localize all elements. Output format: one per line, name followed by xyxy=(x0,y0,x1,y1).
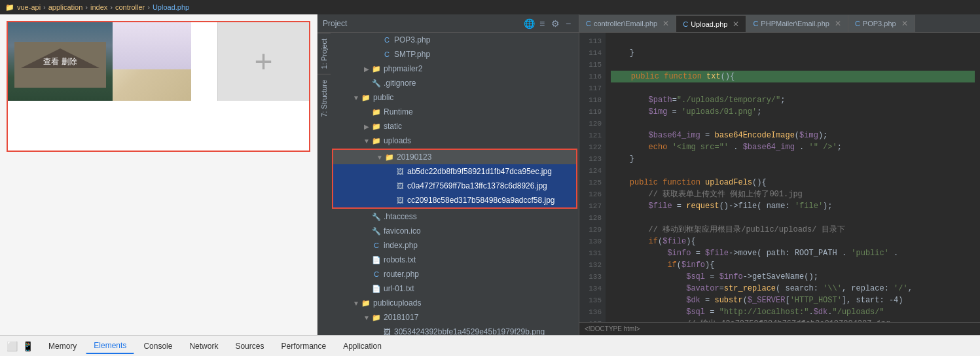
breadcrumb-controller[interactable]: controller xyxy=(115,3,145,11)
tree-item-20190123-label: 20190123 xyxy=(397,152,431,162)
thumbnail-interior[interactable] xyxy=(113,22,217,101)
tree-item-htaccess-label: .htaccess xyxy=(384,212,417,221)
folder-icon: 📁 xyxy=(371,108,382,116)
tree-item-indexphp[interactable]: C index.php xyxy=(331,238,579,253)
tree-item-file3[interactable]: 🖼 cc20918c58ed317b58498c9a9adccf58.jpg xyxy=(333,193,576,207)
device-icon[interactable]: 📱 xyxy=(21,340,34,353)
tree-item-smtp[interactable]: C SMTP.php xyxy=(331,47,579,62)
main-area: 查看 删除 + Project 🌐 ≡ ⚙ − 1: Project xyxy=(0,14,980,335)
globe-icon[interactable]: 🌐 xyxy=(524,18,534,29)
minus-icon[interactable]: − xyxy=(563,18,573,29)
tab-close-icon[interactable]: ✕ xyxy=(662,19,669,28)
tree-item-publicuploads-label: publicuploads xyxy=(373,298,421,308)
tab-close-icon[interactable]: ✕ xyxy=(835,19,841,28)
project-title: Project xyxy=(323,19,521,28)
php-icon: C xyxy=(683,20,688,28)
image-thumbnails: 查看 删除 + xyxy=(8,22,309,151)
editor-tabs: C controller\Email.php ✕ C Upload.php ✕ … xyxy=(579,14,980,33)
tab-application[interactable]: Application xyxy=(335,338,390,354)
tree-item-20181017[interactable]: ▼ 📁 20181017 xyxy=(331,310,579,325)
tree-item-router[interactable]: C router.php xyxy=(331,267,579,281)
breadcrumb-upload-php[interactable]: Upload.php xyxy=(153,3,189,11)
tree-item-gitignore[interactable]: 🔧 .gitignore xyxy=(331,76,579,90)
tree-item-publicuploads[interactable]: ▼ 📁 publicuploads xyxy=(331,296,579,310)
interior-image xyxy=(113,22,191,101)
breadcrumb-vue-api[interactable]: vue-api xyxy=(17,3,41,11)
file-tree-header: Project 🌐 ≡ ⚙ − xyxy=(318,14,579,33)
code-content[interactable]: } public function txt(){ $path="./upload… xyxy=(606,33,980,322)
gear-icon[interactable]: ⚙ xyxy=(550,18,560,29)
tab-elements[interactable]: Elements xyxy=(86,338,134,354)
code-editor-panel: C controller\Email.php ✕ C Upload.php ✕ … xyxy=(579,14,980,335)
tab-performance[interactable]: Performance xyxy=(273,338,334,354)
tree-item-runtime[interactable]: 📁 Runtime xyxy=(331,105,579,119)
tree-item-htaccess[interactable]: 🔧 .htaccess xyxy=(331,209,579,224)
tab-phpmailer-email[interactable]: C PHPMailer\Email.php ✕ xyxy=(746,15,848,32)
equals-icon[interactable]: ≡ xyxy=(537,18,547,29)
breadcrumb-application[interactable]: application xyxy=(48,3,83,11)
status-bar: <!DOCTYPE html> xyxy=(579,322,980,335)
breadcrumb-index[interactable]: index xyxy=(90,3,107,11)
tree-item-public[interactable]: ▼ 📁 public xyxy=(331,90,579,105)
tab-email-php[interactable]: C controller\Email.php ✕ xyxy=(579,15,676,32)
tree-arrow: ▼ xyxy=(352,94,361,101)
image-upload-container: 查看 删除 + xyxy=(7,21,310,152)
tab-network[interactable]: Network xyxy=(181,338,226,354)
file-icon: 🔧 xyxy=(371,79,382,88)
tree-item-favicon[interactable]: 🔧 favicon.ico xyxy=(331,224,579,238)
status-text: <!DOCTYPE html> xyxy=(585,325,640,332)
tab-close-icon[interactable]: ✕ xyxy=(901,19,908,28)
tab-sources[interactable]: Sources xyxy=(227,338,272,354)
tree-item-file3-label: cc20918c58ed317b58498c9a9adccf58.jpg xyxy=(407,196,555,205)
tree-item-20190123[interactable]: ▼ 📁 20190123 xyxy=(333,150,576,164)
tree-arrow: ▼ xyxy=(352,300,361,307)
add-image-button[interactable]: + xyxy=(217,22,309,101)
tree-item-static[interactable]: ▶ 📁 static xyxy=(331,119,579,134)
inspect-icon[interactable]: ⬜ xyxy=(5,340,18,353)
tree-item-file2-label: c0a472f7569ff7ba13ffc1378c6d8926.jpg xyxy=(407,181,547,190)
tree-item-file1[interactable]: 🖼 ab5dc22db8fb9f58921d1fb47dca95ec.jpg xyxy=(333,164,576,179)
highlighted-folder-group: ▼ 📁 20190123 🖼 ab5dc22db8fb9f58921d1fb47… xyxy=(332,149,577,209)
structure-tab[interactable]: 7: Structure xyxy=(318,74,331,122)
tree-item-robots[interactable]: 📄 robots.txt xyxy=(331,253,579,267)
tree-item-bigfile-label: 3053424392bbfe1a4529e45b1979f29b.png xyxy=(394,327,545,335)
tab-pop3-label: POP3.php xyxy=(863,20,896,27)
project-tab[interactable]: 1: Project xyxy=(318,33,331,74)
side-tabs: 1: Project 7: Structure xyxy=(318,33,331,335)
tree-item-file2[interactable]: 🖼 c0a472f7569ff7ba13ffc1378c6d8926.jpg xyxy=(333,179,576,193)
tree-item-runtime-label: Runtime xyxy=(384,107,413,116)
tree-arrow: ▼ xyxy=(362,137,371,145)
breadcrumb-folder-icon: 📁 xyxy=(5,3,14,12)
php-icon: C xyxy=(371,241,382,249)
tree-item-uploads[interactable]: ▼ 📁 uploads xyxy=(331,134,579,148)
tree-arrow: ▶ xyxy=(362,123,371,130)
tree-item-phpmailer2[interactable]: ▶ 📁 phpmailer2 xyxy=(331,62,579,76)
code-area: 113 114 115 116 117 118 119 120 121 122 … xyxy=(579,33,980,322)
tree-item-indexphp-label: index.php xyxy=(384,241,418,250)
line-numbers: 113 114 115 116 117 118 119 120 121 122 … xyxy=(579,33,606,322)
file-tree-panel: Project 🌐 ≡ ⚙ − 1: Project 7: Structure … xyxy=(318,14,579,335)
tree-item-static-label: static xyxy=(384,122,402,131)
tree-item-bigfile[interactable]: 🖼 3053424392bbfe1a4529e45b1979f29b.png xyxy=(331,325,579,335)
jpg-icon: 🖼 xyxy=(395,168,405,175)
tree-item-url01[interactable]: 📄 url-01.txt xyxy=(331,281,579,296)
tree-item-smtp-label: SMTP.php xyxy=(394,50,430,59)
overlay-text: 查看 删除 xyxy=(43,56,77,67)
php-icon: C xyxy=(855,20,860,27)
tab-pop3-php[interactable]: C POP3.php ✕ xyxy=(848,15,915,32)
file-icon: 📄 xyxy=(371,256,382,264)
tab-upload-php[interactable]: C Upload.php ✕ xyxy=(676,15,746,32)
tab-memory[interactable]: Memory xyxy=(41,338,84,354)
tree-arrow: ▼ xyxy=(362,314,371,321)
tree-item-pop3-label: POP3.php xyxy=(394,35,430,44)
plus-icon: + xyxy=(254,46,272,77)
tab-close-icon[interactable]: ✕ xyxy=(733,20,739,29)
folder-icon: 📁 xyxy=(371,122,382,131)
tree-item-pop3[interactable]: C POP3.php xyxy=(331,33,579,47)
php-icon: C xyxy=(371,270,382,278)
thumbnail-house[interactable]: 查看 删除 xyxy=(8,22,113,101)
thumbnail-overlay: 查看 删除 xyxy=(8,22,113,101)
php-file-icon: C xyxy=(382,36,392,44)
tab-console[interactable]: Console xyxy=(136,338,180,354)
tree-item-uploads-label: uploads xyxy=(384,136,411,145)
